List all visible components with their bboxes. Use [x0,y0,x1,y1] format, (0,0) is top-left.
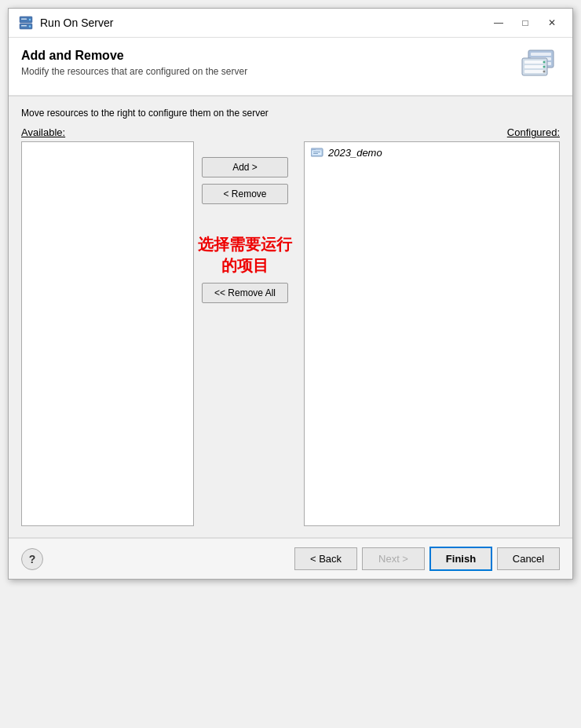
dialog-footer: ? < Back Next > Finish Cancel [9,537,572,579]
maximize-button[interactable]: □ [514,15,536,31]
footer-left: ? [21,548,43,570]
next-button[interactable]: Next > [362,547,425,570]
window-icon [19,16,33,30]
instruction-text: Move resources to the right to configure… [21,108,560,119]
svg-rect-18 [311,148,316,150]
dialog-subtitle: Modify the resources that are configured… [21,66,247,77]
window-title: Run On Server [40,16,113,29]
column-labels: Available: Configured: [21,126,560,138]
svg-rect-4 [21,19,27,20]
buttons-column: Add > < Remove 选择需要运行的项目 << Remove All [194,141,296,303]
title-bar-left: Run On Server [18,15,113,31]
dialog-content: Move resources to the right to configure… [9,97,572,537]
remove-button[interactable]: < Remove [202,184,288,204]
title-icon [18,15,34,31]
title-bar: Run On Server — □ ✕ [9,9,572,38]
svg-rect-11 [524,60,545,64]
close-button[interactable]: ✕ [541,15,563,31]
svg-rect-13 [524,70,545,73]
svg-rect-20 [313,152,320,152]
svg-rect-12 [524,65,545,68]
svg-rect-7 [531,53,551,56]
svg-point-14 [543,61,546,64]
configured-item[interactable]: 2023_demo [306,144,557,162]
svg-rect-19 [312,150,322,155]
available-list[interactable] [21,141,194,526]
svg-point-15 [543,66,546,68]
minimize-button[interactable]: — [488,15,510,31]
cancel-button[interactable]: Cancel [497,547,560,570]
resources-row: Add > < Remove 选择需要运行的项目 << Remove All [21,141,560,526]
dialog-title: Add and Remove [21,49,247,63]
configured-item-name: 2023_demo [328,147,382,159]
svg-point-2 [29,19,31,20]
footer-right: < Back Next > Finish Cancel [294,547,560,571]
server-graphic [521,49,558,82]
window-controls: — □ ✕ [488,15,563,31]
header-server-icon [521,49,560,84]
finish-button[interactable]: Finish [429,547,492,571]
dialog-header-text: Add and Remove Modify the resources that… [21,49,247,77]
remove-all-button[interactable]: << Remove All [202,283,288,303]
help-button[interactable]: ? [21,548,43,570]
annotation-text: 选择需要运行的项目 [194,234,296,276]
project-icon [311,146,323,159]
svg-rect-21 [313,153,318,154]
configured-list[interactable]: 2023_demo [304,141,560,526]
run-on-server-dialog: Run On Server — □ ✕ Add and Remove Modif… [8,8,573,580]
svg-point-3 [29,25,31,27]
svg-point-16 [543,71,546,73]
svg-rect-5 [21,25,27,27]
available-label: Available: [21,126,194,138]
back-button[interactable]: < Back [294,547,357,570]
add-button[interactable]: Add > [202,157,288,177]
configured-label: Configured: [507,126,560,138]
dialog-header: Add and Remove Modify the resources that… [9,38,572,97]
